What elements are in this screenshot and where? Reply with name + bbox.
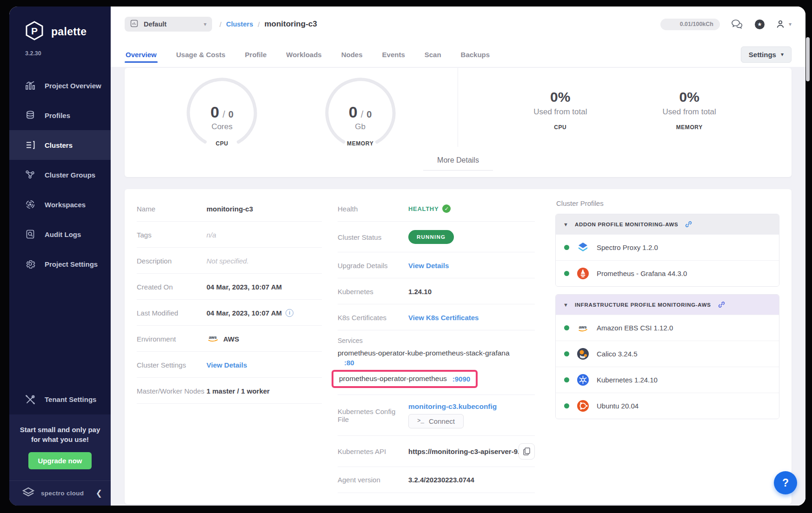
kubeconfig-file-link[interactable]: monitoring-c3.kubeconfig — [408, 402, 497, 411]
usage-quota-pill: 0.01/100kCh — [660, 19, 720, 30]
upgrade-view-details-link[interactable]: View Details — [408, 262, 449, 270]
agent-version-row: Agent version 3.2.4/20230223.0744 — [338, 467, 535, 493]
cpu-used-value: 0 — [211, 103, 220, 121]
svg-text:aws: aws — [209, 335, 217, 340]
content-area: 0 / 0 Cores CPU — [111, 67, 805, 506]
view-k8s-certificates-link[interactable]: View K8s Certificates — [408, 314, 479, 322]
sidebar-item-audit-logs[interactable]: Audit Logs — [9, 219, 111, 249]
addon-profile-header[interactable]: ▼ ADDON PROFILE MONITORING-AWS — [556, 214, 779, 234]
settings-button[interactable]: Settings ▾ — [741, 46, 792, 63]
sidebar-item-tenant-settings[interactable]: Tenant Settings — [9, 385, 111, 414]
upgrade-now-button[interactable]: Upgrade now — [28, 452, 91, 469]
profile-pack-calico[interactable]: Calico 3.24.5 — [556, 341, 779, 367]
tab-scan[interactable]: Scan — [424, 43, 442, 66]
breadcrumb-separator: / — [220, 20, 221, 28]
pack-status-dot — [564, 325, 569, 330]
breadcrumb-clusters-link[interactable]: Clusters — [226, 20, 253, 28]
chat-icon[interactable] — [731, 19, 744, 30]
tab-overview[interactable]: Overview — [125, 43, 158, 66]
user-menu[interactable]: ▾ — [776, 20, 792, 29]
profile-pack-amazon-ebs-csi[interactable]: aws Amazon EBS CSI 1.12.0 — [556, 315, 779, 341]
last-modified-value: 04 Mar, 2023, 10:07 AM — [206, 309, 282, 317]
cpu-unit: Cores — [212, 122, 233, 132]
cluster-settings-view-details-link[interactable]: View Details — [206, 361, 247, 369]
workspaces-icon — [25, 199, 35, 210]
sidebar-item-profiles[interactable]: Profiles — [9, 100, 111, 130]
environment-value: AWS — [223, 335, 239, 343]
spectro-proxy-icon — [577, 241, 589, 254]
tab-backups[interactable]: Backups — [460, 43, 491, 66]
chevron-down-icon: ▼ — [563, 302, 568, 308]
profile-pack-prometheus-grafana[interactable]: Prometheus - Grafana 44.3.0 — [556, 260, 779, 286]
sidebar-item-project-settings[interactable]: Project Settings — [9, 249, 111, 279]
whats-new-star-icon[interactable]: ★ — [755, 20, 765, 29]
sidebar-footer: spectro cloud ❮ — [9, 480, 111, 506]
k8s-certificates-row: K8s Certificates View K8s Certificates — [338, 304, 535, 330]
profile-link-icon[interactable] — [685, 220, 692, 228]
aws-icon: aws — [577, 322, 589, 334]
service-port-link[interactable]: :9090 — [453, 375, 470, 383]
project-selector[interactable]: Default ▾ — [125, 17, 212, 32]
service-port-link[interactable]: :80 — [344, 359, 354, 367]
chevron-down-icon: ▾ — [781, 51, 784, 58]
tab-workloads[interactable]: Workloads — [285, 43, 322, 66]
nodes-row: Master/Worker Nodes 1 master / 1 worker — [137, 378, 322, 404]
profile-pack-spectro-proxy[interactable]: Spectro Proxy 1.2.0 — [556, 234, 779, 260]
sidebar-item-cluster-groups[interactable]: Cluster Groups — [9, 160, 111, 190]
tab-profile[interactable]: Profile — [244, 43, 268, 66]
memory-usage-caption: Used from total — [663, 107, 716, 117]
help-button[interactable]: ? — [774, 471, 797, 494]
tab-events[interactable]: Events — [381, 43, 406, 66]
more-details-button[interactable]: More Details — [423, 154, 493, 171]
scrollbar-thumb[interactable] — [806, 37, 810, 81]
pack-name: Prometheus - Grafana 44.3.0 — [597, 270, 687, 277]
sidebar-bottom: Tenant Settings Start small and only pay… — [9, 385, 111, 506]
pack-name: Spectro Proxy 1.2.0 — [597, 243, 658, 251]
topbar: Default ▾ / Clusters / monitoring-c3 0.0… — [111, 7, 805, 42]
pack-status-dot — [564, 377, 569, 382]
service-name: prometheus-operator-kube-prometheus-stac… — [338, 348, 535, 358]
usage-percent-zone: 0% Used from total CPU 0% Used from tota… — [458, 68, 792, 147]
sidebar-collapse-chevron-icon[interactable]: ❮ — [96, 488, 102, 498]
prometheus-icon — [577, 267, 589, 280]
addon-profile-group: ▼ ADDON PROFILE MONITORING-AWS — [555, 214, 779, 287]
settings-button-label: Settings — [749, 51, 776, 59]
info-icon[interactable]: i — [286, 309, 293, 317]
pack-name: Kubernetes 1.24.10 — [597, 376, 658, 384]
row-label: Last Modified — [137, 309, 206, 317]
pack-status-dot — [564, 351, 569, 356]
infrastructure-profile-header[interactable]: ▼ INFRASTRUCTURE PROFILE MONITORING-AWS — [556, 295, 779, 315]
gauge-zone: 0 / 0 Cores CPU — [125, 68, 458, 147]
sidebar-item-clusters[interactable]: Clusters — [9, 130, 111, 160]
sidebar: P palette 3.2.30 Project Overview — [9, 7, 111, 506]
cluster-settings-row: Cluster Settings View Details — [137, 352, 322, 378]
pack-status-dot — [564, 271, 569, 276]
nodes-value: 1 master / 1 worker — [206, 387, 270, 395]
cluster-groups-icon — [25, 170, 35, 180]
kubernetes-icon — [577, 374, 589, 386]
project-overview-icon — [25, 80, 35, 91]
sidebar-item-workspaces[interactable]: Workspaces — [9, 190, 111, 219]
row-label: Agent version — [338, 476, 408, 484]
profile-link-icon[interactable] — [718, 301, 725, 309]
tab-nodes[interactable]: Nodes — [340, 43, 364, 66]
description-row: Description Not specified. — [137, 248, 322, 274]
copy-icon[interactable] — [519, 443, 535, 460]
cpu-gauge: 0 / 0 Cores CPU — [181, 76, 263, 147]
breadcrumb-separator: / — [258, 20, 260, 28]
profile-pack-kubernetes[interactable]: Kubernetes 1.24.10 — [556, 367, 779, 393]
tab-usage-costs[interactable]: Usage & Costs — [175, 43, 226, 66]
row-label: Master/Worker Nodes — [137, 387, 206, 395]
ubuntu-icon — [577, 400, 589, 412]
name-row: Name monitoring-c3 — [137, 196, 322, 222]
connect-button[interactable]: >_ Connect — [408, 414, 464, 428]
sidebar-item-project-overview[interactable]: Project Overview — [9, 71, 111, 100]
pack-status-dot — [564, 403, 569, 408]
topbar-right: 0.01/100kCh ★ ▾ — [660, 19, 792, 30]
profile-pack-ubuntu[interactable]: Ubuntu 20.04 — [556, 393, 779, 419]
memory-total-value: 0 — [366, 109, 372, 120]
breadcrumb-current: monitoring-c3 — [264, 20, 317, 29]
chevron-down-icon: ▾ — [789, 21, 792, 27]
cluster-status-row: Cluster Status RUNNING — [338, 222, 535, 252]
app-version: 3.2.30 — [25, 50, 111, 57]
